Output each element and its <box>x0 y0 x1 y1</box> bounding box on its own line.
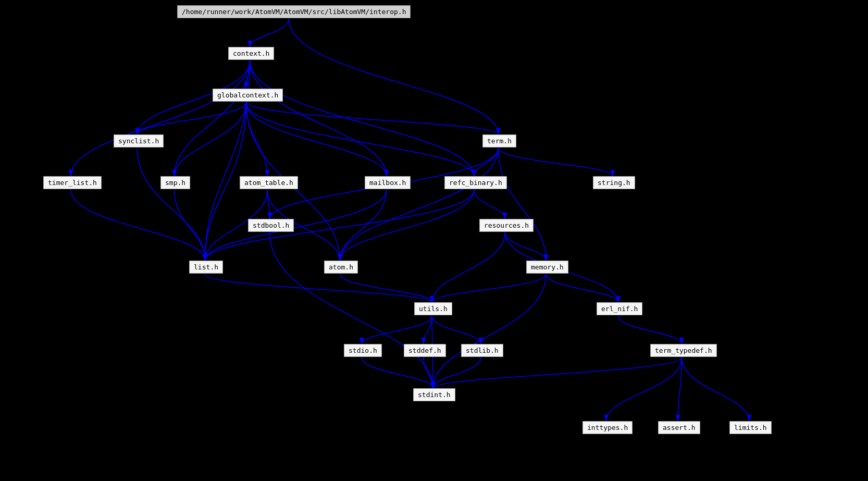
node-term: term.h <box>482 134 516 147</box>
edge-term-memory <box>499 148 547 261</box>
edge-term_typedef-limits <box>682 357 750 421</box>
edge-utils-stdlib <box>432 316 481 344</box>
node-list: list.h <box>189 261 223 274</box>
node-stdint: stdint.h <box>413 388 455 401</box>
edge-term_typedef-assert <box>678 357 682 421</box>
edge-refc_binary-list <box>205 190 474 261</box>
edge-globalcontext-refc_binary <box>246 102 474 176</box>
node-memory: memory.h <box>526 261 568 274</box>
edge-synclist-list <box>138 148 205 261</box>
edge-stdbool-stdint <box>270 232 433 388</box>
node-interop: /home/runner/work/AtomVM/AtomVM/src/libA… <box>177 5 411 18</box>
edge-erl_nif-term_typedef <box>618 316 682 344</box>
node-stdbool: stdbool.h <box>248 219 294 232</box>
node-atom_table: atom_table.h <box>240 176 298 189</box>
edge-context-mailbox <box>250 60 387 176</box>
edge-globalcontext-term <box>246 102 498 134</box>
edge-resources-memory <box>505 232 546 261</box>
edge-term_typedef-stdint <box>433 357 682 388</box>
node-atom: atom.h <box>324 261 358 274</box>
edge-context-timer_list <box>71 60 250 176</box>
node-utils: utils.h <box>414 302 452 315</box>
node-resources: resources.h <box>479 219 534 232</box>
edge-interop-context <box>250 19 289 47</box>
node-stdio: stdio.h <box>344 344 382 357</box>
node-smp: smp.h <box>160 176 190 189</box>
edge-timer_list-list <box>71 190 205 261</box>
edge-term-atom <box>340 148 499 261</box>
node-mailbox: mailbox.h <box>365 176 411 189</box>
edge-globalcontext-atom_table <box>246 102 267 176</box>
edge-term-string <box>499 148 613 176</box>
node-string: string.h <box>593 176 635 189</box>
edge-refc_binary-resources <box>474 190 505 219</box>
node-timer_list: timer_list.h <box>43 176 102 189</box>
node-erl_nif: erl_nif.h <box>597 302 642 315</box>
node-context: context.h <box>228 47 274 60</box>
edge-utils-stddef <box>424 316 432 344</box>
edge-memory-stdint <box>433 274 546 388</box>
node-inttypes: inttypes.h <box>582 421 633 434</box>
node-stdlib: stdlib.h <box>461 344 503 357</box>
edge-smp-list <box>175 190 205 261</box>
edge-stdlib-stdint <box>433 357 481 388</box>
node-assert: assert.h <box>658 421 700 434</box>
edge-context-smp <box>175 60 250 176</box>
edge-stddef-stdint <box>424 357 433 388</box>
edge-interop-term <box>289 19 498 134</box>
node-synclist: synclist.h <box>114 134 164 147</box>
node-limits: limits.h <box>729 421 772 434</box>
edge-context-refc_binary <box>250 60 474 176</box>
edge-memory-utils <box>432 274 546 302</box>
edge-globalcontext-mailbox <box>246 102 387 176</box>
node-stddef: stddef.h <box>404 344 446 357</box>
edge-utils-stdio <box>362 316 432 344</box>
dependency-graph <box>0 0 868 481</box>
node-term_typedef: term_typedef.h <box>650 344 717 357</box>
node-refc_binary: refc_binary.h <box>444 176 507 189</box>
node-globalcontext: globalcontext.h <box>213 89 283 102</box>
